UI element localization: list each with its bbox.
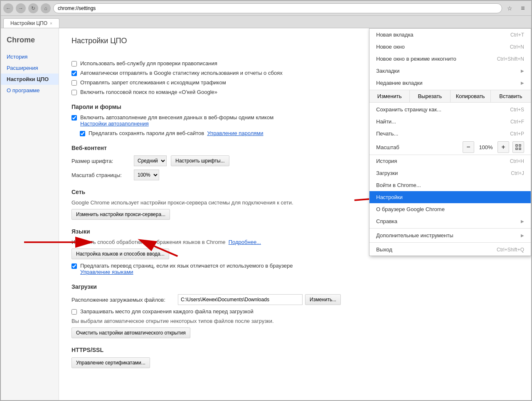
ctx-about-chrome[interactable]: О браузере Google Chrome	[369, 203, 531, 215]
ask-download-row: Запрашивать место для сохранения каждого…	[71, 308, 519, 315]
ctx-new-tab-label: Новая вкладка	[376, 32, 414, 38]
ctx-more-tools-label: Дополнительные инструменты	[376, 232, 453, 239]
ctx-recent-tabs-label: Недавние вкладки	[376, 80, 422, 86]
sidebar-item-settings[interactable]: Настройки ЦПО	[1, 74, 59, 85]
clear-auto-open-button[interactable]: Очистить настройки автоматического откры…	[71, 327, 190, 338]
page-title: Настройки ЦПО	[71, 37, 127, 45]
ctx-zoom-label: Масштаб	[376, 144, 459, 150]
page-zoom-label: Масштаб страницы:	[71, 172, 130, 178]
ctx-find[interactable]: Найти... Ctrl+F	[369, 116, 531, 128]
ctx-zoom-row: Масштаб − 100% +	[369, 140, 531, 155]
font-size-select[interactable]: Средний	[134, 155, 167, 166]
svg-rect-1	[519, 145, 521, 146]
autofill-checkbox[interactable]	[71, 115, 77, 121]
ctx-separator-2	[369, 242, 531, 243]
browser-window: ← → ↻ ⌂ ☆ ≡ Настройки ЦПО × Chrome Истор…	[0, 0, 532, 401]
ctx-recent-tabs-arrow: ▶	[521, 81, 524, 85]
download-path-input[interactable]	[178, 294, 303, 305]
ctx-signin-label: Войти в Chrome...	[376, 182, 421, 188]
ctx-edit-button[interactable]: Изменить	[369, 90, 410, 102]
font-settings-button[interactable]: Настроить шрифты...	[171, 155, 229, 166]
ctx-history-shortcut: Ctrl+H	[510, 158, 524, 164]
downloads-header: Загрузки	[71, 283, 519, 290]
ctx-settings-label: Настройки	[376, 194, 403, 200]
dnt-label: Отправлять запрет отслеживания с исходящ…	[80, 79, 226, 86]
ctx-help[interactable]: Справка ▶	[369, 215, 531, 227]
ctx-copy-button[interactable]: Копировать	[451, 90, 491, 102]
ctx-settings[interactable]: Настройки	[369, 191, 531, 203]
address-bar[interactable]	[53, 3, 502, 13]
ctx-new-tab-shortcut: Ctrl+T	[510, 32, 524, 38]
refresh-button[interactable]: ↻	[28, 3, 38, 13]
sidebar: Chrome История Расширения Настройки ЦПО …	[1, 28, 59, 400]
translate-label: Предлагать перевод страниц, если их язык…	[80, 263, 293, 275]
ctx-new-window[interactable]: Новое окно Ctrl+N	[369, 41, 531, 53]
ctx-exit[interactable]: Выход Ctrl+Shift+Q	[369, 244, 531, 256]
sidebar-item-about[interactable]: О программе	[1, 85, 59, 96]
languages-more-link[interactable]: Подробнее...	[229, 239, 261, 245]
ctx-save-page[interactable]: Сохранить страницу как... Ctrl+S	[369, 103, 531, 116]
ctx-zoom-minus[interactable]: −	[463, 141, 474, 153]
menu-button[interactable]: ≡	[517, 2, 529, 14]
ctx-more-tools[interactable]: Дополнительные инструменты ▶	[369, 229, 531, 241]
ctx-zoom-plus[interactable]: +	[498, 141, 509, 153]
home-button[interactable]: ⌂	[41, 3, 51, 13]
https-section: HTTPS/SSL Управление сертификатами...	[71, 347, 519, 368]
manage-passwords-link[interactable]: Управление паролями	[207, 130, 263, 136]
dnt-checkbox[interactable]	[71, 80, 77, 86]
ctx-cut-button[interactable]: Вырезать	[410, 90, 450, 102]
auto-open-desc: Вы выбрали автоматическое открытие некот…	[71, 318, 519, 324]
ask-download-checkbox[interactable]	[71, 309, 77, 315]
ctx-incognito[interactable]: Новое окно в режиме инкогнито Ctrl+Shift…	[369, 53, 531, 65]
tab-close-button[interactable]: ×	[50, 21, 52, 26]
manage-certs-button[interactable]: Управление сертификатами...	[71, 357, 150, 368]
sidebar-logo: Chrome	[1, 32, 59, 51]
ctx-paste-button[interactable]: Вставить	[491, 90, 531, 102]
sidebar-item-history[interactable]: История	[1, 51, 59, 62]
autofill-settings-link[interactable]: Настройки автозаполнения	[80, 121, 149, 127]
ctx-exit-label: Выход	[376, 246, 392, 253]
ctx-help-label: Справка	[376, 218, 397, 224]
change-path-button[interactable]: Изменить...	[305, 294, 341, 305]
back-button[interactable]: ←	[3, 3, 13, 13]
star-button[interactable]: ☆	[505, 3, 515, 13]
stats-label: Автоматически отправлять в Google статис…	[80, 70, 283, 76]
ctx-new-tab[interactable]: Новая вкладка Ctrl+T	[369, 29, 531, 41]
svg-rect-2	[516, 148, 517, 150]
ctx-find-label: Найти...	[376, 118, 396, 125]
ctx-help-arrow: ▶	[521, 219, 524, 224]
context-menu: Новая вкладка Ctrl+T Новое окно Ctrl+N Н…	[369, 28, 531, 256]
ctx-recent-tabs[interactable]: Недавние вкладки ▶	[369, 77, 531, 89]
ctx-history-label: История	[376, 158, 397, 164]
ctx-downloads[interactable]: Загрузки Ctrl+J	[369, 167, 531, 179]
ctx-downloads-shortcut: Ctrl+J	[511, 170, 524, 176]
forward-button[interactable]: →	[16, 3, 26, 13]
passwords-checkbox[interactable]	[80, 131, 85, 136]
voice-checkbox[interactable]	[71, 90, 77, 95]
browser-toolbar: ← → ↻ ⌂ ☆ ≡	[1, 1, 531, 16]
content-area: Chrome История Расширения Настройки ЦПО …	[1, 28, 531, 400]
page-zoom-select[interactable]: 100%	[134, 170, 159, 180]
language-settings-button[interactable]: Настройка языков и способов ввода...	[71, 248, 169, 259]
ctx-more-tools-arrow: ▶	[521, 233, 524, 238]
tab-bar: Настройки ЦПО ×	[1, 16, 531, 28]
ctx-exit-shortcut: Ctrl+Shift+Q	[497, 247, 524, 253]
spell-check-checkbox[interactable]	[71, 61, 77, 66]
ctx-downloads-label: Загрузки	[376, 170, 398, 176]
translate-checkbox[interactable]	[71, 263, 77, 269]
ctx-print[interactable]: Печать... Ctrl+P	[369, 128, 531, 140]
spell-check-label: Использовать веб-службу для проверки пра…	[80, 60, 217, 66]
ctx-signin[interactable]: Войти в Chrome...	[369, 179, 531, 191]
manage-languages-link[interactable]: Управление языками	[80, 269, 133, 275]
proxy-settings-button[interactable]: Изменить настройки прокси-сервера...	[71, 209, 170, 220]
ctx-fullscreen-button[interactable]	[512, 141, 524, 153]
sidebar-item-extensions[interactable]: Расширения	[1, 62, 59, 74]
stats-checkbox[interactable]	[71, 71, 77, 76]
ctx-save-page-label: Сохранить страницу как...	[376, 106, 441, 113]
translate-row: Предлагать перевод страниц, если их язык…	[71, 263, 519, 275]
passwords-label: Предлагать сохранять пароли для веб-сайт…	[89, 130, 264, 136]
ctx-history[interactable]: История Ctrl+H	[369, 155, 531, 167]
ctx-bookmarks[interactable]: Закладки ▶	[369, 65, 531, 77]
active-tab[interactable]: Настройки ЦПО ×	[3, 18, 59, 28]
downloads-section: Загрузки Расположение загружаемых файлов…	[71, 283, 519, 338]
